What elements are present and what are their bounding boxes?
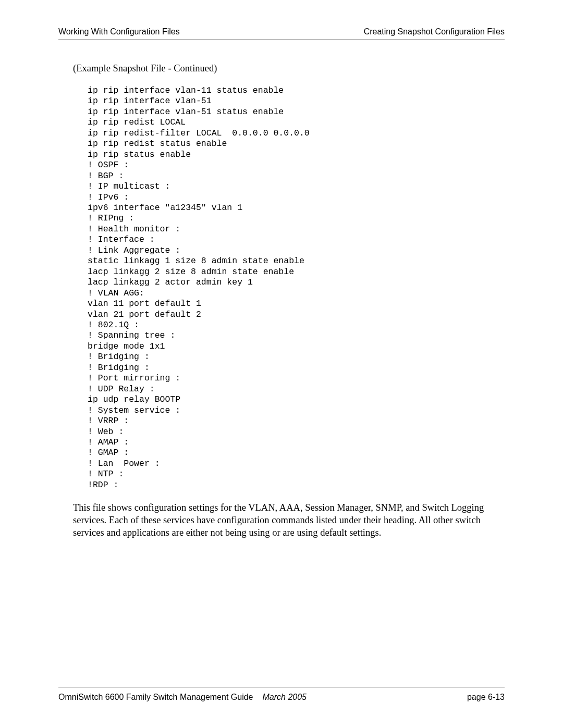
page-footer: OmniSwitch 6600 Family Switch Management… <box>58 687 505 702</box>
body-paragraph: This file shows configuration settings f… <box>73 502 505 539</box>
footer-page-number: page 6-13 <box>467 693 505 702</box>
page-header: Working With Configuration Files Creatin… <box>58 27 505 40</box>
header-left: Working With Configuration Files <box>58 27 180 36</box>
header-right: Creating Snapshot Configuration Files <box>364 27 505 36</box>
footer-date: March 2005 <box>263 693 307 702</box>
example-subtitle: (Example Snapshot File - Continued) <box>73 63 505 74</box>
snapshot-code-block: ip rip interface vlan-11 status enable i… <box>73 85 505 490</box>
footer-left: OmniSwitch 6600 Family Switch Management… <box>58 693 307 702</box>
footer-title: OmniSwitch 6600 Family Switch Management… <box>58 693 253 702</box>
document-page: Working With Configuration Files Creatin… <box>0 0 563 728</box>
page-content: (Example Snapshot File - Continued) ip r… <box>58 63 505 687</box>
